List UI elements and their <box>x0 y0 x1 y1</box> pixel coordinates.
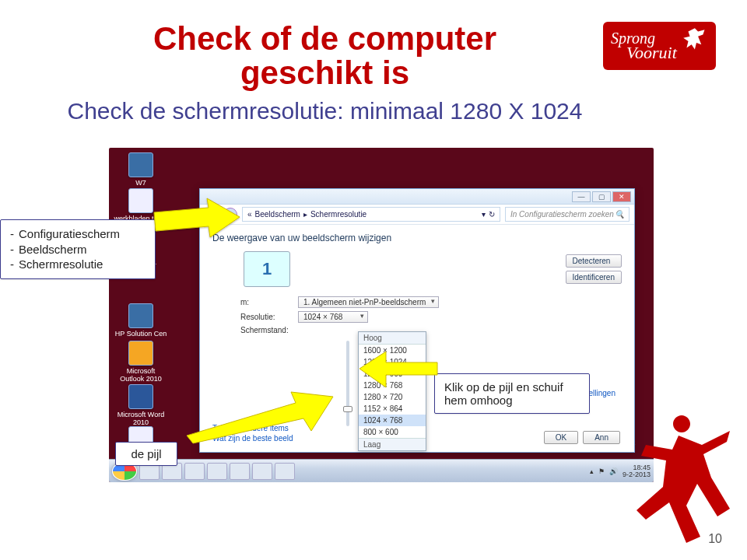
desktop-icon[interactable]: Microsoft Word 2010 <box>114 384 168 426</box>
arrow-to-slider <box>187 389 335 446</box>
tray-icon[interactable]: 🔊 <box>609 467 618 475</box>
arrow-to-resolution <box>359 352 437 390</box>
monitor-preview[interactable]: 1 <box>244 251 290 287</box>
resolution-option[interactable]: 800 × 600 <box>359 426 426 438</box>
taskbar-item[interactable] <box>184 463 205 480</box>
desktop-icon[interactable]: W7 <box>114 152 168 187</box>
resolution-slider[interactable] <box>342 341 353 426</box>
display-label: m: <box>240 298 290 306</box>
slider-thumb[interactable] <box>343 406 352 412</box>
chevron-down-icon: ▾ <box>482 210 486 219</box>
callout-klik: Klik op de pijl en schuif hem omhoog <box>434 373 590 414</box>
tray-icon[interactable]: ⚑ <box>598 467 605 475</box>
close-button[interactable]: ✕ <box>612 191 631 202</box>
arrow-to-window <box>154 198 240 248</box>
resolution-option[interactable]: 1280 × 720 <box>359 391 426 403</box>
svg-marker-0 <box>154 198 240 237</box>
ok-button[interactable]: OK <box>544 431 578 444</box>
popup-footer: Laag <box>359 438 426 450</box>
callout-step-item: Schermresolutie <box>10 257 146 272</box>
orientation-label: Schermstand: <box>240 326 290 334</box>
breadcrumb[interactable]: « Beeldscherm ▸ Schermresolutie ▾ ↻ <box>242 207 500 222</box>
slide-title-2: geschikt is <box>62 56 587 90</box>
callout-step-item: Configuratiescherm <box>10 226 146 242</box>
svg-marker-1 <box>187 392 333 443</box>
cancel-button[interactable]: Ann <box>583 431 620 444</box>
resolution-select[interactable]: 1024 × 768 <box>298 311 368 323</box>
detect-button[interactable]: Detecteren <box>566 254 622 268</box>
callout-depijl: de pijl <box>115 442 177 466</box>
search-icon: 🔍 <box>615 210 624 219</box>
callout-step-item: Beeldscherm <box>10 242 146 257</box>
display-select[interactable]: 1. Algemeen niet-PnP-beeldscherm <box>298 296 439 308</box>
taskbar-item[interactable] <box>275 463 295 480</box>
brand-logo: Sprong Vooruit <box>603 22 716 70</box>
resolution-label: Resolutie: <box>240 313 290 321</box>
taskbar-item[interactable] <box>207 463 227 480</box>
taskbar: ▴ ⚑ 🔊 18:45 9-2-2013 <box>109 459 654 482</box>
window-heading: De weergave van uw beeldscherm wijzigen <box>212 233 622 243</box>
resolution-popup: Hoog 1600 × 12001280 × 10241280 × 960128… <box>358 331 426 451</box>
slide-title-1: Check of de computer <box>62 22 587 56</box>
taskbar-item[interactable] <box>252 463 272 480</box>
refresh-icon[interactable]: ↻ <box>489 210 495 219</box>
page-number: 10 <box>708 532 722 546</box>
taskbar-item[interactable] <box>230 463 250 480</box>
resolution-option[interactable]: 1024 × 768 <box>359 415 426 426</box>
chevron-right-icon: ▸ <box>303 210 307 219</box>
desktop-icon[interactable]: HP Solution Cen <box>114 303 168 338</box>
search-input[interactable]: In Configuratiescherm zoeken 🔍 <box>505 207 630 222</box>
identify-button[interactable]: Identificeren <box>566 271 622 284</box>
popup-header: Hoog <box>359 332 426 345</box>
desktop-icon[interactable]: Microsoft Outlook 2010 <box>114 341 168 383</box>
svg-marker-2 <box>359 352 437 387</box>
slide-subtitle: Check de schermresolutie: minimaal 1280 … <box>62 98 587 124</box>
tray-icon[interactable]: ▴ <box>590 467 594 475</box>
window-titlebar: — ▢ ✕ <box>200 189 634 205</box>
resolution-option[interactable]: 1152 × 864 <box>359 403 426 415</box>
callout-steps: ConfiguratieschermBeeldschermSchermresol… <box>0 219 156 279</box>
logo-silhouette-icon <box>680 25 713 58</box>
minimize-button[interactable]: — <box>572 191 591 202</box>
maximize-button[interactable]: ▢ <box>592 191 611 202</box>
